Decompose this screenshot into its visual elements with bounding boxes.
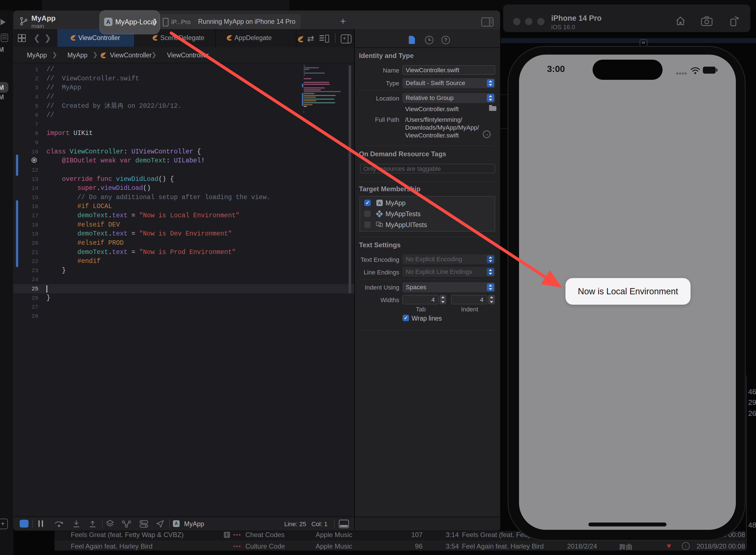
line-number: 12 xyxy=(17,167,38,173)
swift-icon xyxy=(151,34,159,41)
breadcrumb-item[interactable]: MyApp xyxy=(67,51,88,59)
target-membership-title: Target Membership xyxy=(359,185,421,193)
code-line: demoText.text = "Now is Dev Environment" xyxy=(46,229,232,239)
app-target-icon: A xyxy=(376,200,383,206)
indent-width-field[interactable]: 4 xyxy=(451,295,487,304)
code-token: #endif xyxy=(46,258,100,265)
code-token: : xyxy=(124,148,132,156)
myapp-checkbox[interactable]: ✓ xyxy=(364,200,371,206)
rotate-device-icon[interactable] xyxy=(728,15,740,27)
code-line: // xyxy=(46,111,54,120)
code-line: #elseif PROD xyxy=(46,239,124,248)
line-number: 16 xyxy=(17,203,38,210)
tab-appdelegate[interactable]: AppDelegate xyxy=(216,29,296,47)
close-window-button[interactable] xyxy=(513,18,520,25)
odr-section-title: On Demand Resource Tags xyxy=(359,150,446,158)
myappuitests-checkbox[interactable] xyxy=(364,221,371,228)
code-line: @IBOutlet weak var demoText: UILabel! xyxy=(46,156,205,166)
minimap-line xyxy=(303,82,329,83)
code-token: import xyxy=(46,130,70,137)
stepper-icon xyxy=(487,284,494,291)
indent-caption: Indent xyxy=(461,306,478,313)
step-over-icon[interactable] xyxy=(54,520,64,528)
code-token: () { xyxy=(158,176,174,183)
change-bar xyxy=(16,155,18,176)
uitests-target-icon xyxy=(376,222,383,227)
minimap-line xyxy=(303,106,307,107)
help-inspector-tab-icon[interactable]: ? xyxy=(441,36,450,44)
breadcrumb-item[interactable]: MyApp xyxy=(27,51,47,59)
go-back-button[interactable]: ❮ xyxy=(33,33,40,43)
line-number: 19 xyxy=(17,231,38,237)
environment-overrides-icon[interactable] xyxy=(139,520,148,528)
code-token: UIViewController xyxy=(132,148,193,156)
line-number: 6 xyxy=(17,112,38,119)
music-cell-text: 3:54 xyxy=(446,542,459,550)
breakpoints-toggle-icon[interactable] xyxy=(19,520,29,527)
widths-label: Widths xyxy=(359,297,399,304)
panel-divider[interactable] xyxy=(354,29,355,530)
indent-using-dropdown[interactable]: Spaces xyxy=(403,282,495,292)
inspector-toggle-icon[interactable] xyxy=(481,17,493,27)
myapptests-checkbox[interactable] xyxy=(364,211,371,217)
column-indicator: Col: 1 xyxy=(312,520,327,528)
step-into-icon[interactable] xyxy=(72,520,81,528)
go-forward-button[interactable]: ❯ xyxy=(44,33,51,43)
view-hierarchy-icon[interactable] xyxy=(105,520,114,528)
hide-debug-area-icon[interactable] xyxy=(339,520,349,528)
music-cell-text: Apple Music xyxy=(316,531,352,539)
minimize-window-button[interactable] xyxy=(525,18,532,25)
loved-icon: ♥ xyxy=(667,542,671,550)
screenshot-camera-icon[interactable] xyxy=(701,16,714,26)
run-destination[interactable]: iP...Pro xyxy=(171,18,191,26)
name-field[interactable]: ViewController.swift xyxy=(403,65,495,75)
play-icon xyxy=(1,19,6,25)
text-encoding-dropdown[interactable]: No Explicit Encoding xyxy=(403,254,495,264)
breadcrumb-item[interactable]: ViewController xyxy=(110,51,152,59)
file-inspector-tab-icon[interactable] xyxy=(409,36,415,44)
code-token: "Now is Dev Environment" xyxy=(139,230,232,238)
breadcrumb-item[interactable]: ViewController xyxy=(167,51,209,59)
add-button[interactable]: + xyxy=(340,16,346,27)
swap-editors-icon[interactable]: ⇄ xyxy=(307,34,314,43)
folder-icon[interactable] xyxy=(489,106,497,111)
stepper-icon xyxy=(487,255,494,263)
type-dropdown[interactable]: Default - Swift Source xyxy=(403,78,495,88)
pause-icon[interactable] xyxy=(38,520,45,527)
line-number: 23 xyxy=(17,267,38,274)
minimap-line xyxy=(303,93,315,94)
tab-width-stepper[interactable] xyxy=(439,295,446,304)
wrap-lines-checkbox[interactable]: ✓ xyxy=(403,315,409,321)
line-endings-dropdown[interactable]: No Explicit Line Endings xyxy=(403,267,495,277)
code-line: #endif xyxy=(46,257,100,266)
status-bar-time: 3:00 xyxy=(547,64,578,74)
odr-tags-field[interactable]: Only resources are taggable xyxy=(360,164,495,173)
reveal-path-icon[interactable]: → xyxy=(483,130,490,138)
minimap-line xyxy=(303,95,336,96)
editor-scrollbar[interactable] xyxy=(348,65,351,294)
code-token: override func xyxy=(46,176,112,183)
outlet-connection-icon[interactable] xyxy=(31,157,37,163)
code-token: viewDidLoad xyxy=(112,176,159,183)
tab-width-field[interactable]: 4 xyxy=(403,295,439,304)
indent-width-stepper[interactable] xyxy=(488,295,495,304)
code-token: ! xyxy=(201,157,205,164)
add-editor-icon[interactable]: + xyxy=(341,35,351,43)
home-icon[interactable] xyxy=(675,16,686,26)
background-bottom-band xyxy=(15,551,718,555)
simulate-location-icon[interactable] xyxy=(155,520,164,528)
divider xyxy=(102,519,103,528)
step-out-icon[interactable] xyxy=(88,520,97,528)
history-inspector-tab-icon[interactable] xyxy=(425,36,433,44)
related-items-icon[interactable] xyxy=(18,34,26,42)
wifi-icon xyxy=(690,67,701,75)
memory-graph-icon[interactable] xyxy=(122,520,131,528)
text-cursor xyxy=(46,285,47,293)
minimap-line xyxy=(303,65,305,67)
running-app-name[interactable]: MyApp xyxy=(184,520,204,528)
code-token: text xyxy=(112,212,128,219)
zoom-window-button[interactable] xyxy=(537,18,545,25)
location-dropdown[interactable]: Relative to Group xyxy=(403,93,495,103)
scheme-selector[interactable]: MyApp-Local xyxy=(115,18,156,26)
adjust-editor-options-icon[interactable] xyxy=(320,35,329,42)
